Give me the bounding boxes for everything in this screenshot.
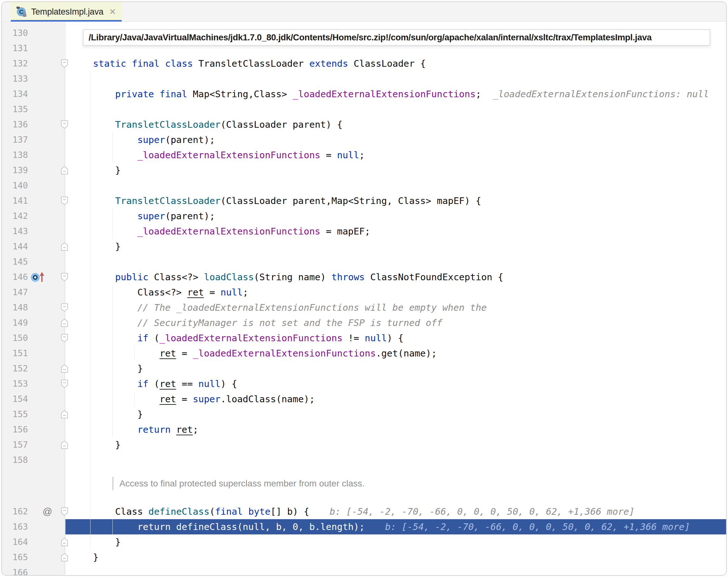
file-path-text: /Library/Java/JavaVirtualMachines/jdk1.7… <box>88 32 651 43</box>
line-number[interactable]: 165 <box>2 550 28 565</box>
execution-line-code[interactable]: return defineClass(null, b, 0, b.length)… <box>66 519 726 534</box>
code-token: // SecurityManager is not set and the FS… <box>137 318 442 328</box>
code-cell[interactable]: } <box>66 239 726 254</box>
code-cell[interactable]: if (ret == null) { <box>66 376 726 392</box>
code-cell[interactable]: ret = super.loadClass(name); <box>66 392 726 407</box>
code-line-row: 165 } <box>2 550 726 565</box>
code-cell[interactable]: Access to final protected superclass mem… <box>66 476 726 491</box>
code-cell[interactable]: } <box>66 534 726 550</box>
code-cell[interactable]: super(parent); <box>66 132 726 147</box>
code-cell[interactable]: ret = _loadedExternalExtensionFunctions.… <box>66 346 726 361</box>
line-number[interactable]: 145 <box>2 254 28 270</box>
fold-start-icon[interactable] <box>61 120 68 130</box>
line-number[interactable]: 134 <box>2 86 28 102</box>
line-number[interactable]: 152 <box>2 361 28 376</box>
code-cell[interactable]: _loadedExternalExtensionFunctions = null… <box>66 147 726 163</box>
code-cell[interactable] <box>66 178 726 193</box>
line-number[interactable]: 151 <box>2 346 28 361</box>
code-cell[interactable]: public Class<?> loadClass(String name) t… <box>66 270 726 285</box>
line-number[interactable]: 139 <box>2 163 28 178</box>
code-cell[interactable]: Class defineClass(final byte[] b) {b: [-… <box>66 504 726 519</box>
line-number[interactable]: 142 <box>2 208 28 224</box>
code-cell[interactable]: return ret; <box>66 422 726 437</box>
line-number[interactable]: 162 <box>2 504 28 519</box>
line-number[interactable]: 163 <box>2 519 28 534</box>
code-cell[interactable]: _loadedExternalExtensionFunctions = mapE… <box>66 224 726 239</box>
fold-start-icon[interactable] <box>61 273 68 282</box>
fold-end-icon[interactable] <box>61 441 68 450</box>
code-cell[interactable] <box>66 565 726 576</box>
line-number[interactable]: 154 <box>2 392 28 407</box>
line-number[interactable]: 156 <box>2 422 28 437</box>
fold-end-icon[interactable] <box>61 243 68 252</box>
fold-start-icon[interactable] <box>61 334 68 344</box>
code-cell[interactable]: } <box>66 361 726 376</box>
line-number[interactable]: 143 <box>2 224 28 239</box>
code-cell[interactable]: } <box>66 437 726 452</box>
code-cell[interactable]: // SecurityManager is not set and the FS… <box>66 315 726 330</box>
tab-templatesimpl-java[interactable]: C TemplatesImpl.java ✕ <box>11 2 122 22</box>
fold-start-icon[interactable] <box>61 380 68 389</box>
code-cell[interactable]: private final Map<String,Class> _loadedE… <box>66 86 726 102</box>
line-number[interactable]: 138 <box>2 147 28 163</box>
code-cell[interactable]: static final class TransletClassLoader e… <box>66 56 726 71</box>
code-cell[interactable]: TransletClassLoader(ClassLoader parent,M… <box>66 193 726 208</box>
code-token: _loadedExternalExtensionFunctions <box>193 348 376 359</box>
code-line-row: 138_loadedExternalExtensionFunctions = n… <box>2 147 726 163</box>
line-number[interactable]: 140 <box>2 178 28 193</box>
line-number[interactable]: 149 <box>2 315 28 330</box>
code-cell[interactable]: if (_loadedExternalExtensionFunctions !=… <box>66 330 726 346</box>
code-token <box>171 424 176 435</box>
line-number[interactable]: 147 <box>2 285 28 300</box>
fold-start-icon[interactable] <box>61 197 68 206</box>
line-number[interactable]: 132 <box>2 56 28 71</box>
line-number[interactable]: 150 <box>2 330 28 346</box>
code-cell[interactable]: Class<?> ret = null; <box>66 285 726 300</box>
code-cell[interactable] <box>66 254 726 270</box>
fold-start-icon[interactable] <box>61 507 68 517</box>
line-number[interactable]: 164 <box>2 534 28 550</box>
line-number[interactable]: 157 <box>2 437 28 452</box>
code-token: final <box>159 89 187 99</box>
fold-end-icon[interactable] <box>61 538 68 548</box>
collapsed-annotation-icon[interactable]: @ <box>43 504 52 519</box>
code-token: super <box>137 211 165 222</box>
code-cell[interactable]: } <box>66 407 726 422</box>
line-number[interactable]: 158 <box>2 452 28 468</box>
code-cell[interactable]: super(parent); <box>66 208 726 224</box>
tab-close-icon[interactable]: ✕ <box>109 8 116 16</box>
code-cell[interactable] <box>66 102 726 117</box>
fold-end-icon[interactable] <box>61 553 68 563</box>
line-number[interactable]: 155 <box>2 407 28 422</box>
fold-start-icon[interactable] <box>61 59 68 69</box>
line-number[interactable]: 146 <box>2 270 28 285</box>
line-number[interactable]: 166 <box>2 565 28 576</box>
code-cell[interactable] <box>66 71 726 86</box>
line-number[interactable]: 153 <box>2 376 28 392</box>
line-number[interactable]: 136 <box>2 117 28 132</box>
code-cell[interactable]: TransletClassLoader(ClassLoader parent) … <box>66 117 726 132</box>
code-cell[interactable] <box>66 452 726 468</box>
fold-end-icon[interactable] <box>61 319 68 328</box>
code-cell[interactable]: // The _loadedExternalExtensionFunctions… <box>66 300 726 315</box>
code-cell[interactable]: } <box>66 550 726 565</box>
line-number[interactable]: 133 <box>2 71 28 86</box>
fold-end-icon[interactable] <box>61 410 68 420</box>
fold-start-icon[interactable] <box>61 303 68 313</box>
line-number[interactable]: 144 <box>2 239 28 254</box>
line-number[interactable]: 137 <box>2 132 28 147</box>
overrides-method-icon[interactable] <box>30 271 47 285</box>
line-number[interactable]: 135 <box>2 102 28 117</box>
code-token: TransletClassLoader <box>115 119 221 130</box>
line-number[interactable]: 131 <box>2 41 28 56</box>
indent-guide <box>90 452 90 468</box>
collapsed-fold-placeholder[interactable]: Access to final protected superclass mem… <box>66 476 726 491</box>
line-number[interactable]: 130 <box>2 25 28 41</box>
fold-end-icon[interactable] <box>61 166 68 176</box>
code-token: ClassLoader { <box>348 58 425 69</box>
code-cell[interactable]: } <box>66 163 726 178</box>
line-number[interactable]: 141 <box>2 193 28 208</box>
execution-line-row: 163return defineClass(null, b, 0, b.leng… <box>2 519 726 534</box>
fold-end-icon[interactable] <box>61 365 68 374</box>
line-number[interactable]: 148 <box>2 300 28 315</box>
